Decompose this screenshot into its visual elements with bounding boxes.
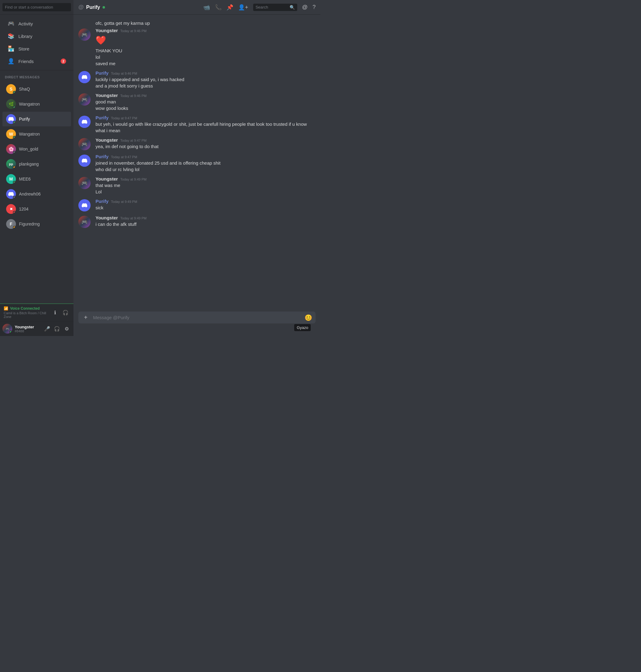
dm-item-shaq[interactable]: S ShaQ: [2, 82, 71, 96]
message-group: Purify Today at 9:47 PM joined in novemb…: [73, 153, 320, 174]
avatar: [6, 114, 16, 124]
message-input[interactable]: [93, 312, 301, 324]
avatar: 🎮: [78, 216, 91, 228]
sidebar-item-label: Activity: [18, 21, 33, 26]
dm-item-purify[interactable]: Purify: [2, 112, 71, 126]
message-timestamp: Today at 9:46 PM: [120, 94, 147, 98]
dm-section-label: DIRECT MESSAGES: [5, 75, 71, 79]
dm-name: ShaQ: [19, 86, 30, 92]
avatar: 🌸: [6, 144, 16, 154]
voice-info-button[interactable]: ℹ: [51, 308, 59, 317]
pin-button[interactable]: 📌: [227, 4, 233, 11]
dm-item-mee6[interactable]: M MEE6: [2, 172, 71, 186]
message-author: Youngster: [96, 28, 118, 33]
dm-item-won-gold[interactable]: 🌸 Won_gold: [2, 142, 71, 156]
bottom-user-bar: 🎮 Youngster #8488 🎤 🎧 ⚙: [0, 321, 73, 336]
search-icon: 🔍: [290, 5, 295, 10]
dm-name: Andrewh06: [19, 192, 41, 196]
search-input[interactable]: [256, 5, 288, 10]
message-author: Purify: [96, 70, 109, 76]
voice-call-button[interactable]: 📞: [215, 4, 222, 11]
tooltip: Gyazo: [294, 324, 311, 331]
status-dot: [13, 211, 16, 214]
message-content: Youngster Today at 9:46 PM ❤️ THANK YOU …: [96, 28, 316, 67]
emoji-button[interactable]: 😊: [303, 313, 313, 323]
dm-item-1204[interactable]: ✖ 1204: [2, 202, 71, 216]
deafen-button[interactable]: 🎧: [53, 324, 61, 333]
message-text: luckily i appealed and said yo, i was ha…: [96, 76, 316, 89]
search-input[interactable]: [2, 3, 71, 11]
add-friend-button[interactable]: 👤+: [238, 4, 248, 11]
avatar: 🎮: [78, 28, 91, 41]
voice-connected-bar: 📶 Voice Connected Camil is a Bitch Room …: [0, 304, 73, 321]
message-timestamp: Today at 9:49 PM: [120, 216, 147, 220]
message-group: 🎮 Youngster Today at 9:46 PM good man wo…: [73, 92, 320, 113]
user-settings-button[interactable]: ⚙: [63, 324, 71, 333]
message-content: Youngster Today at 9:46 PM good man wow …: [96, 93, 316, 111]
message-timestamp: Today at 9:47 PM: [120, 139, 147, 142]
message-header: Youngster Today at 9:49 PM: [96, 215, 316, 220]
dm-item-andrewh06[interactable]: Andrewh06: [2, 187, 71, 201]
avatar: [78, 71, 91, 83]
avatar: 🎮: [78, 93, 91, 106]
sidebar: 🎮 Activity 📚 Library 🏪 Store 👤 Friends 2…: [0, 0, 73, 336]
message-timestamp: Today at 9:46 PM: [120, 29, 147, 33]
avatar: 🎮: [78, 177, 91, 189]
message-content: Youngster Today at 9:49 PM i can do the …: [96, 215, 316, 228]
dm-name: 1204: [19, 207, 28, 211]
sidebar-item-label: Library: [18, 34, 32, 39]
messages-container: ofc, gotta get my karma up 🎮 Youngster T…: [73, 15, 320, 312]
heart-emoji: ❤️: [96, 34, 316, 46]
status-dot: [13, 226, 16, 229]
signal-icon: 📶: [4, 306, 8, 311]
video-call-button[interactable]: 📹: [203, 4, 210, 11]
friends-badge: 2: [60, 58, 66, 64]
message-group: 🎮 Youngster Today at 9:49 PM i can do th…: [73, 214, 320, 229]
add-attachment-button[interactable]: +: [81, 313, 91, 323]
sidebar-item-activity[interactable]: 🎮 Activity: [2, 17, 71, 30]
avatar: [6, 189, 16, 199]
status-dot: [13, 136, 16, 139]
sidebar-item-library[interactable]: 📚 Library: [2, 30, 71, 42]
message-header: Youngster Today at 9:46 PM: [96, 28, 316, 33]
dm-item-plankgang[interactable]: pp plankgang: [2, 157, 71, 172]
avatar: M: [6, 174, 16, 184]
message-text: good man wow good looks: [96, 98, 316, 111]
status-dot: [13, 121, 16, 124]
message-author: Youngster: [96, 137, 118, 142]
message-author: Purify: [96, 198, 109, 204]
voice-settings-button[interactable]: 🎧: [61, 308, 70, 317]
mute-button[interactable]: 🎤: [43, 324, 52, 333]
message-text: yea, im def not going to do that: [96, 143, 316, 150]
dm-list: S ShaQ 🌿 Wangatron Purify W: [0, 81, 73, 304]
message-timestamp: Today at 9:49 PM: [111, 200, 137, 204]
dm-item-wangatron[interactable]: 🌿 Wangatron: [2, 97, 71, 111]
bottom-actions: 🎤 🎧 ⚙: [43, 324, 71, 333]
avatar: 🌿: [6, 99, 16, 109]
message-header: Purify Today at 9:49 PM: [96, 198, 316, 204]
online-indicator: [103, 6, 105, 9]
message-timestamp: Today at 9:49 PM: [120, 178, 147, 181]
avatar: ✖: [6, 204, 16, 214]
voice-channel: Camil is a Bitch Room / Chill Zone: [4, 311, 51, 318]
dm-item-figuredrng[interactable]: F Figuredrng: [2, 217, 71, 231]
message-input-box: + 😊: [78, 312, 316, 324]
message-group: ofc, gotta get my karma up: [73, 19, 320, 27]
store-icon: 🏪: [8, 45, 15, 52]
status-dot: [13, 151, 16, 154]
topbar-icons: 📹 📞 📌 👤+ 🔍 @ ?: [203, 4, 316, 11]
message-text: ofc, gotta get my karma up: [96, 20, 316, 26]
help-button[interactable]: ?: [313, 4, 316, 10]
message-author: Youngster: [96, 176, 118, 181]
sidebar-item-friends[interactable]: 👤 Friends 2: [2, 55, 71, 67]
sidebar-item-label: Store: [18, 46, 29, 51]
dm-item-wangatron2[interactable]: W Wangatron: [2, 127, 71, 141]
dm-name: MEE6: [19, 177, 31, 181]
sidebar-item-store[interactable]: 🏪 Store: [2, 43, 71, 55]
message-group: 🎮 Youngster Today at 9:47 PM yea, im def…: [73, 136, 320, 151]
message-author: Purify: [96, 115, 109, 120]
mention-button[interactable]: @: [302, 4, 308, 10]
message-timestamp: Today at 9:46 PM: [111, 72, 137, 75]
nav-items: 🎮 Activity 📚 Library 🏪 Store 👤 Friends 2: [0, 15, 73, 70]
message-author: Youngster: [96, 93, 118, 98]
